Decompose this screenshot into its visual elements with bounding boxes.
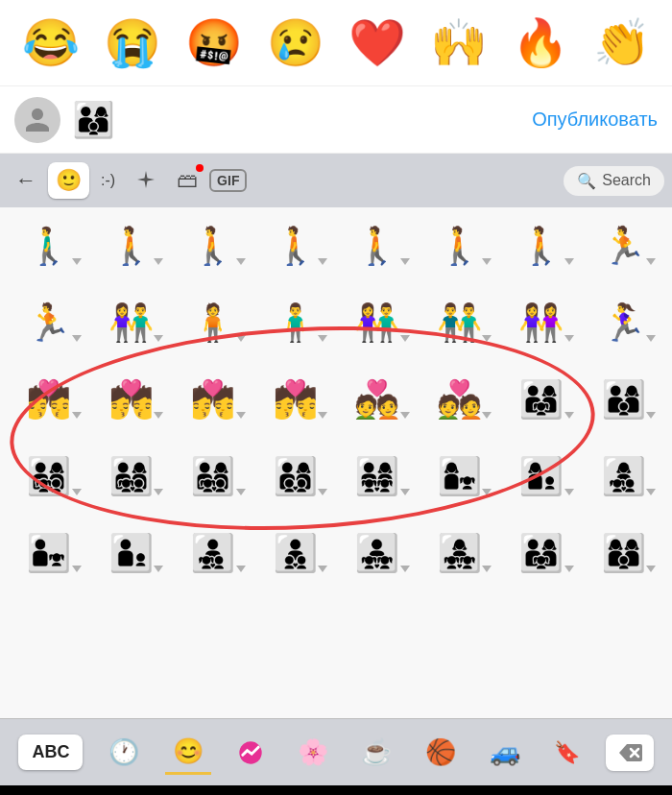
emoji-cell[interactable]: 👨‍👧‍👦	[175, 532, 252, 574]
emoji-cell[interactable]: 🚶	[503, 225, 580, 267]
top-emoji-heart[interactable]: ❤️	[348, 20, 406, 66]
emoji-row-4: 👨‍👩‍👧‍👦 👨‍👩‍👧‍👦 👨‍👩‍👧‍👦 👨‍👩‍👦‍👦 👨‍👩‍👧‍👧 …	[0, 438, 672, 515]
sparkle-icon	[134, 169, 157, 192]
emoji-cell[interactable]: 👭	[503, 301, 580, 344]
emoji-cell[interactable]: 💏	[92, 378, 169, 421]
avatar-icon	[23, 106, 52, 134]
emoji-cell[interactable]: 👨‍👩‍👧‍👦	[175, 455, 252, 497]
emoji-cell[interactable]: 💏	[11, 378, 87, 421]
emoji-cell[interactable]: 👨‍👩‍👧‍👧	[339, 455, 416, 497]
publish-button[interactable]: Опубликовать	[532, 108, 658, 131]
emoji-cell[interactable]: 🚶	[175, 225, 252, 267]
emoji-cell[interactable]: 💑	[339, 378, 416, 421]
sticker-tab-button[interactable]: 🗃	[169, 162, 205, 199]
emoji-cell[interactable]: 🚶	[420, 225, 497, 267]
top-emoji-crying[interactable]: 😭	[104, 20, 161, 66]
top-emoji-clap[interactable]: 👏	[593, 20, 651, 66]
gif-tab-button[interactable]: GIF	[209, 169, 247, 192]
emoji-cell[interactable]: 💏	[175, 378, 252, 421]
kaomoji-tab-button[interactable]: :-)	[93, 166, 123, 195]
emoji-cell[interactable]: 👩‍👦	[503, 455, 580, 497]
nav-bar	[0, 785, 672, 795]
emoji-cell[interactable]: 💏	[256, 378, 333, 421]
avatar	[14, 97, 60, 143]
top-emoji-angry[interactable]: 🤬	[185, 20, 243, 66]
top-emoji-strip: 😂 😭 🤬 😢 ❤️ 🙌 🔥 👏	[0, 0, 672, 86]
emoji-cell[interactable]: 👨‍👦	[92, 532, 169, 574]
abc-key[interactable]: ABC	[18, 735, 83, 770]
top-emoji-sad[interactable]: 😢	[267, 20, 324, 66]
emoji-cell[interactable]: 👨‍👧‍👧	[339, 532, 416, 574]
post-bar: 👨‍👩‍👦 Опубликовать	[0, 86, 672, 154]
flower-key[interactable]: 🌸	[290, 732, 336, 773]
smiley-key[interactable]: 😊	[165, 731, 211, 775]
bottom-keyboard-bar: ABC 🕐 😊 🌸 ☕ 🏀 🚙 🔖	[0, 718, 672, 785]
emoji-row-3: 💏 💏 💏 💏 💑 💑 👨‍👩‍👧 👨‍👩‍👦	[0, 361, 672, 438]
backspace-icon	[617, 742, 642, 763]
search-label: Search	[602, 172, 651, 189]
emoji-cell[interactable]: 👫	[92, 301, 169, 344]
post-emoji: 👨‍👩‍👦	[72, 100, 115, 140]
emoji-cell[interactable]: 👬	[420, 301, 497, 344]
backspace-key[interactable]	[606, 735, 654, 771]
emoji-row-2: 🏃 👫 🧍 🧍‍♂️ 👫 👬 👭 🏃‍♀️	[0, 284, 672, 361]
emoji-cell[interactable]: 👩‍👧‍👦	[585, 455, 661, 497]
emoji-cell[interactable]: 🚶‍♂️	[11, 225, 87, 267]
emoji-tab-button[interactable]: 🙂	[48, 162, 89, 199]
emoji-cell[interactable]: 🧍‍♂️	[256, 301, 333, 344]
emoji-cell[interactable]: 👨‍👩‍👧‍👦	[92, 455, 169, 497]
emoji-row-5: 👨‍👧 👨‍👦 👨‍👧‍👦 👨‍👦‍👦 👨‍👧‍👧 👩‍👧‍👧 👨‍👩‍👧 👩‍…	[0, 515, 672, 591]
emoji-cell[interactable]: 🚶	[339, 225, 416, 267]
notification-dot	[196, 164, 204, 172]
emoji-cell[interactable]: 👩‍👩‍👦	[585, 532, 661, 574]
emoji-cell[interactable]: 👩‍👧	[420, 455, 497, 497]
emoji-row-1: 🚶‍♂️ 🚶 🚶 🚶 🚶 🚶 🚶 🏃	[0, 207, 672, 284]
sparkle-tab-button[interactable]	[127, 163, 165, 198]
emoji-cell[interactable]: 🚶	[256, 225, 333, 267]
emoji-cell[interactable]: 👨‍👩‍👧	[503, 532, 580, 574]
cup-key[interactable]: ☕	[353, 732, 399, 773]
emoji-cell[interactable]: 👨‍👧	[11, 532, 87, 574]
trending-key[interactable]	[229, 734, 272, 772]
search-icon: 🔍	[577, 172, 596, 190]
top-emoji-laughing[interactable]: 😂	[22, 20, 80, 66]
back-button[interactable]: ←	[8, 162, 44, 199]
recent-emoji-key[interactable]: 🕐	[101, 732, 147, 773]
emoji-cell[interactable]: 🧍	[175, 301, 252, 344]
emoji-cell[interactable]: 🚶	[92, 225, 169, 267]
top-emoji-raised-hands[interactable]: 🙌	[430, 20, 488, 66]
emoji-cell[interactable]: 👫	[339, 301, 416, 344]
emoji-cell[interactable]: 💑	[420, 378, 497, 421]
emoji-cell[interactable]: 👨‍👩‍👧‍👦	[11, 455, 87, 497]
top-emoji-fire[interactable]: 🔥	[512, 20, 569, 66]
bookmark-key[interactable]: 🔖	[546, 735, 588, 771]
emoji-cell[interactable]: 🏃‍♀️	[585, 301, 661, 344]
search-button[interactable]: 🔍 Search	[564, 166, 664, 196]
keyboard-toolbar: ← 🙂 :-) 🗃 GIF 🔍 Search	[0, 154, 672, 207]
emoji-cell[interactable]: 👨‍👩‍👦‍👦	[256, 455, 333, 497]
emoji-cell[interactable]: 🏃	[11, 301, 87, 344]
emoji-cell[interactable]: 👨‍👦‍👦	[256, 532, 333, 574]
emoji-cell[interactable]: 👨‍👩‍👧	[503, 378, 580, 421]
emoji-cell[interactable]: 🏃	[585, 225, 661, 267]
car-key[interactable]: 🚙	[482, 732, 528, 773]
emoji-grid-area: 🚶‍♂️ 🚶 🚶 🚶 🚶 🚶 🚶 🏃 🏃 👫 🧍 🧍‍♂️ 👫 👬 👭 🏃‍♀️…	[0, 207, 672, 718]
emoji-cell[interactable]: 👩‍👧‍👧	[420, 532, 497, 574]
trending-icon	[237, 739, 264, 766]
emoji-cell[interactable]: 👨‍👩‍👦	[585, 378, 661, 421]
basketball-key[interactable]: 🏀	[418, 732, 464, 773]
